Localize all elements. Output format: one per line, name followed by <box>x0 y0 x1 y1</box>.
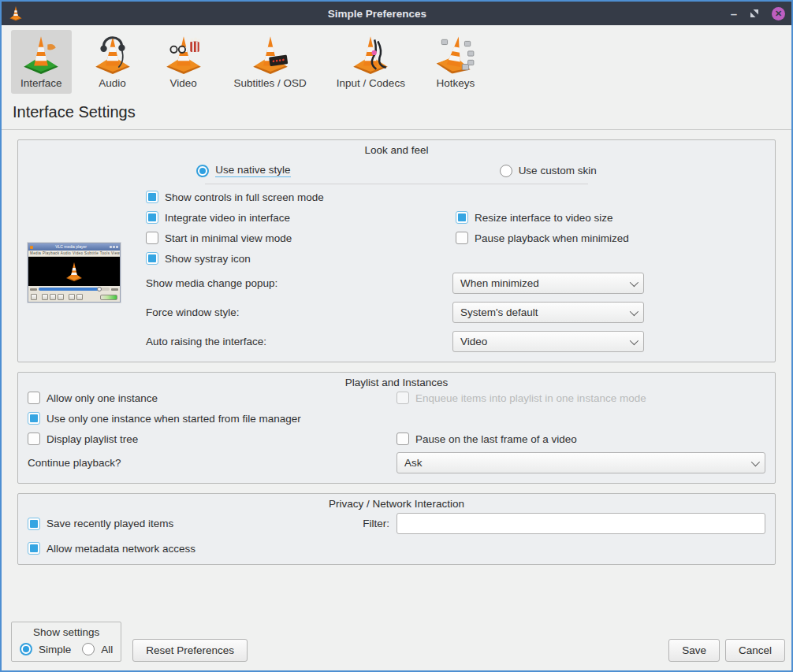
tab-video[interactable]: Video <box>154 30 214 94</box>
selected-value: Video <box>460 336 487 347</box>
checkbox-indicator <box>28 433 40 445</box>
checkbox-allow-one-instance[interactable]: Allow only one instance <box>28 392 396 404</box>
radio-all-label: All <box>101 644 113 655</box>
preview-prev-button <box>42 294 48 300</box>
checkbox-show-controls-fullscreen[interactable]: Show controls in full screen mode <box>146 191 456 203</box>
checkbox-label: Resize interface to video size <box>475 212 613 224</box>
preview-titlebar: VLC media player <box>28 243 120 251</box>
page-title: Interface Settings <box>2 97 791 129</box>
checkbox-indicator <box>28 518 40 530</box>
preview-play-button <box>31 294 37 300</box>
force-window-style-row: Force window style: System's default <box>146 302 765 323</box>
preview-time-elapsed <box>30 288 37 291</box>
chevron-down-icon <box>630 277 638 286</box>
checkbox-resize-interface[interactable]: Resize interface to video size <box>456 211 765 224</box>
tab-interface-label: Interface <box>20 77 62 89</box>
input-codecs-icon <box>350 33 391 74</box>
vlc-cone-icon <box>8 6 24 21</box>
checkbox-save-recent-items[interactable]: Save recently played items <box>28 518 363 530</box>
preview-title: VLC media player <box>33 245 109 249</box>
interface-icon <box>20 33 61 74</box>
checkbox-pause-last-frame[interactable]: Pause on the last frame of a video <box>396 433 765 445</box>
checkbox-pause-when-minimized[interactable]: Pause playback when minimized <box>456 232 765 244</box>
checkbox-indicator <box>28 542 40 555</box>
window-title: Simple Preferences <box>24 8 731 20</box>
checkbox-indicator <box>146 191 158 203</box>
radio-indicator <box>20 643 32 655</box>
preview-fullscreen-button <box>69 294 75 300</box>
preview-volume-slider <box>100 295 117 300</box>
tab-input-codecs[interactable]: Input / Codecs <box>327 30 415 94</box>
force-window-style-label: Force window style: <box>146 306 452 318</box>
preview-window-button <box>113 246 115 248</box>
tab-input-codecs-label: Input / Codecs <box>337 77 405 89</box>
checkbox-label: Pause playback when minimized <box>475 232 629 244</box>
checkbox-indicator <box>146 211 158 224</box>
playlist-checkboxes: Allow only one instance Enqueue items in… <box>28 392 765 445</box>
tab-interface[interactable]: Interface <box>11 30 72 94</box>
audio-icon <box>92 33 133 74</box>
checkbox-integrate-video[interactable]: Integrate video in interface <box>146 211 456 224</box>
checkbox-indicator <box>28 412 40 425</box>
checkbox-indicator <box>396 433 409 445</box>
selected-value: When minimized <box>460 277 539 289</box>
checkbox-label: Allow metadata network access <box>47 543 195 555</box>
minimize-button[interactable]: – <box>731 8 737 20</box>
checkbox-label: Show controls in full screen mode <box>165 191 324 203</box>
preview-window-button <box>116 246 118 248</box>
checkbox-label: Allow only one instance <box>47 392 158 404</box>
checkbox-label: Show systray icon <box>165 253 251 265</box>
force-window-style-select[interactable]: System's default <box>452 302 644 323</box>
group-privacy-title: Privacy / Network Interaction <box>28 498 765 510</box>
checkbox-label: Start in minimal view mode <box>165 232 292 244</box>
filter-label: Filter: <box>363 518 389 529</box>
checkbox-label: Enqueue items into playlist in one insta… <box>415 392 646 404</box>
simple-preferences-window: Simple Preferences – ✕ Interface <box>0 0 793 672</box>
checkbox-indicator <box>396 392 409 404</box>
group-privacy-network: Privacy / Network Interaction Save recen… <box>17 493 776 565</box>
continue-playback-row: Continue playback? Ask <box>28 452 765 473</box>
preview-window-button <box>110 246 112 248</box>
restore-button[interactable] <box>750 9 759 18</box>
radio-use-native-style[interactable]: Use native style <box>196 164 290 177</box>
filter-input[interactable] <box>396 513 765 534</box>
hotkeys-icon <box>435 33 476 74</box>
checkbox-start-minimal-view[interactable]: Start in minimal view mode <box>146 232 456 244</box>
radio-simple[interactable]: Simple <box>20 643 71 655</box>
tab-audio[interactable]: Audio <box>83 30 143 94</box>
preview-playlist-button <box>76 294 83 300</box>
radio-use-native-style-label: Use native style <box>215 164 290 177</box>
close-button[interactable]: ✕ <box>772 7 785 20</box>
auto-raising-select[interactable]: Video <box>452 331 644 352</box>
tab-hotkeys[interactable]: Hotkeys <box>426 30 486 94</box>
checkbox-show-systray-icon[interactable]: Show systray icon <box>146 252 456 265</box>
tab-video-label: Video <box>169 77 196 89</box>
save-button[interactable]: Save <box>668 639 720 662</box>
checkbox-one-instance-file-manager[interactable]: Use only one instance when started from … <box>28 412 396 425</box>
preview-controls <box>28 292 120 302</box>
radio-indicator <box>82 643 95 655</box>
radio-use-custom-skin[interactable]: Use custom skin <box>500 164 597 177</box>
selected-value: System's default <box>460 306 538 318</box>
media-change-popup-select[interactable]: When minimized <box>452 273 644 294</box>
reset-preferences-button[interactable]: Reset Preferences <box>132 639 248 662</box>
tab-subtitles-osd-label: Subtitles / OSD <box>234 77 307 89</box>
radio-use-custom-skin-label: Use custom skin <box>519 165 597 176</box>
chevron-down-icon <box>630 336 638 344</box>
auto-raising-label: Auto raising the interface: <box>146 336 452 347</box>
checkbox-allow-metadata-access[interactable]: Allow metadata network access <box>28 542 765 555</box>
privacy-row-1: Save recently played items Filter: <box>28 513 765 534</box>
tab-subtitles-osd[interactable]: Subtitles / OSD <box>225 30 316 94</box>
radio-separator <box>205 184 589 184</box>
checkbox-display-playlist-tree[interactable]: Display playlist tree <box>28 433 396 445</box>
media-change-popup-row: Show media change popup: When minimized <box>146 273 765 294</box>
checkbox-indicator <box>28 392 40 404</box>
continue-playback-select[interactable]: Ask <box>396 452 765 473</box>
radio-indicator <box>500 165 512 177</box>
group-playlist-title: Playlist and Instances <box>28 377 765 388</box>
heading-separator <box>2 129 791 130</box>
preview-menubar: Media Playback Audio Video Subtitle Tool… <box>28 251 120 257</box>
preview-time-total <box>111 288 118 291</box>
cancel-button[interactable]: Cancel <box>725 639 785 662</box>
radio-all[interactable]: All <box>82 643 113 655</box>
